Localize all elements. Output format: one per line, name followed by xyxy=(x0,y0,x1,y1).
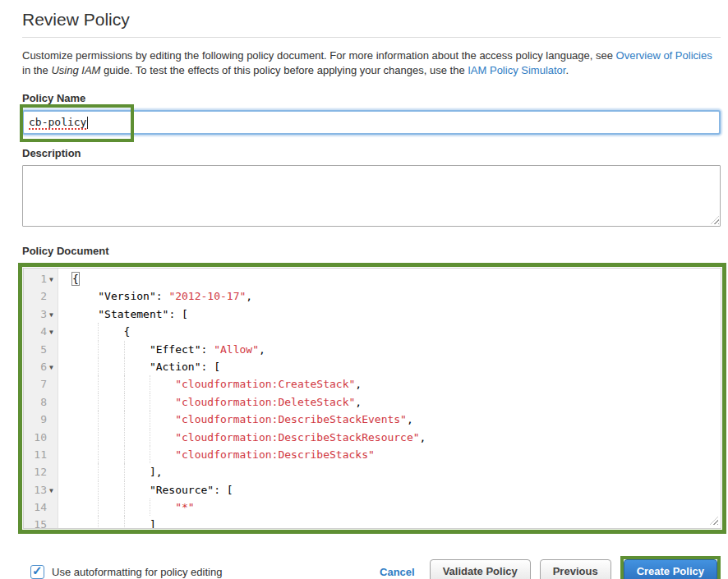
json-string-token: "cloudformation:CreateStack" xyxy=(175,378,355,390)
json-string-token: "Allow" xyxy=(214,343,259,356)
policy-name-field-wrap: cb-policy xyxy=(22,110,721,135)
validate-policy-button[interactable]: Validate Policy xyxy=(430,559,531,579)
fold-arrow-icon[interactable]: ▼ xyxy=(47,359,56,376)
code-line[interactable]: ] xyxy=(58,516,156,529)
code-line[interactable]: "Resource": [ xyxy=(58,481,233,499)
editor-line: 1▼{ xyxy=(24,270,721,287)
editor-line: 14"*" xyxy=(24,499,721,516)
line-number: 15 xyxy=(24,516,58,529)
using-iam-guide-name: Using IAM xyxy=(51,64,100,76)
code-line[interactable]: "cloudformation:DescribeStacks" xyxy=(58,446,375,463)
indent-space xyxy=(124,429,150,446)
indent-space xyxy=(98,393,123,411)
line-number: 4▼ xyxy=(24,323,58,340)
indent-space xyxy=(72,375,98,393)
policy-document-editor[interactable]: 1▼{2"Version": "2012-10-17",3▼"Statement… xyxy=(23,268,721,529)
indent-space xyxy=(72,499,98,516)
json-plain-token: , xyxy=(259,343,265,356)
indent-space xyxy=(72,429,98,446)
line-number-text: 12 xyxy=(34,463,47,480)
actions-group: Cancel Validate Policy Previous Create P… xyxy=(380,556,721,579)
footer-actions-row: ✓ Use autoformatting for policy editing … xyxy=(22,556,721,579)
indent-space xyxy=(72,411,98,428)
indent-space xyxy=(72,287,98,305)
code-line[interactable]: "cloudformation:DescribeStackEvents", xyxy=(58,411,413,428)
json-plain-token: "Statement": [ xyxy=(98,308,188,320)
page-title: Review Policy xyxy=(22,10,721,30)
code-line[interactable]: "cloudformation:CreateStack", xyxy=(58,375,362,393)
line-number-text: 2 xyxy=(40,287,47,305)
code-line[interactable]: "Action": [ xyxy=(58,358,220,375)
line-number: 12 xyxy=(24,463,58,480)
indent-space xyxy=(72,446,98,463)
fold-arrow-icon[interactable]: ▼ xyxy=(47,306,56,324)
line-number-text: 13 xyxy=(34,481,47,499)
indent-space xyxy=(72,481,98,499)
code-line[interactable]: "Version": "2012-10-17", xyxy=(58,287,252,305)
indent-space xyxy=(150,393,175,411)
cancel-link[interactable]: Cancel xyxy=(380,566,415,578)
fold-arrow-icon[interactable]: ▼ xyxy=(47,271,56,288)
indent-space xyxy=(124,393,150,411)
line-number-text: 8 xyxy=(40,393,47,411)
indent-space xyxy=(124,358,150,375)
json-plain-token: , xyxy=(246,290,252,302)
json-plain-token: "Effect": xyxy=(150,343,214,356)
editor-line: 3▼"Statement": [ xyxy=(24,306,721,323)
overview-of-policies-link[interactable]: Overview of Policies xyxy=(616,49,712,62)
autoformat-group: ✓ Use autoformatting for policy editing xyxy=(22,565,222,579)
code-line[interactable]: { xyxy=(58,323,130,340)
indent-space xyxy=(124,463,150,480)
indent-space xyxy=(98,516,123,529)
editor-line: 9"cloudformation:DescribeStackEvents", xyxy=(24,411,721,428)
policy-name-input[interactable]: cb-policy xyxy=(22,110,721,135)
json-plain-token: ], xyxy=(150,466,163,478)
indent-space xyxy=(124,499,150,516)
indent-space xyxy=(98,446,123,463)
editor-line: 5"Effect": "Allow", xyxy=(24,341,721,358)
json-plain-token: , xyxy=(355,378,362,390)
indent-space xyxy=(98,499,123,516)
iam-policy-simulator-link[interactable]: IAM Policy Simulator xyxy=(468,64,565,76)
code-line[interactable]: { xyxy=(58,270,79,287)
autoformat-checkbox[interactable]: ✓ xyxy=(30,565,44,579)
indent-space xyxy=(72,358,98,375)
editor-line: 12], xyxy=(24,463,721,480)
previous-button[interactable]: Previous xyxy=(540,559,611,579)
review-policy-page: Review Policy Customize permissions by e… xyxy=(0,10,728,579)
indent-space xyxy=(124,446,150,463)
code-line[interactable]: "cloudformation:DeleteStack", xyxy=(58,393,362,411)
create-policy-button[interactable]: Create Policy xyxy=(624,559,717,579)
json-plain-token: "Resource": [ xyxy=(150,484,233,496)
indent-space xyxy=(98,375,123,393)
json-plain-token: ] xyxy=(150,518,156,529)
fold-arrow-icon[interactable]: ▼ xyxy=(47,324,56,341)
line-number: 13▼ xyxy=(24,481,58,499)
line-number: 8 xyxy=(24,393,58,411)
code-line[interactable]: "*" xyxy=(58,499,195,516)
indent-space xyxy=(72,393,98,411)
description-textarea[interactable] xyxy=(22,165,721,227)
indent-space xyxy=(124,341,150,358)
editor-line: 7"cloudformation:CreateStack", xyxy=(24,375,721,393)
line-number: 6▼ xyxy=(24,358,58,375)
editor-line: 4▼{ xyxy=(24,323,721,340)
line-number: 1▼ xyxy=(24,270,58,287)
editor-line: 10"cloudformation:DescribeStackResource"… xyxy=(24,429,721,446)
intro-text: guide. To test the effects of this polic… xyxy=(100,64,468,76)
code-line[interactable]: "Effect": "Allow", xyxy=(58,341,265,358)
json-string-token: "*" xyxy=(175,501,194,513)
editor-line: 13▼"Resource": [ xyxy=(24,481,721,499)
indent-space xyxy=(124,516,150,529)
code-line[interactable]: "cloudformation:DescribeStackResource", xyxy=(58,429,426,446)
line-number-text: 7 xyxy=(40,375,47,393)
line-number: 2 xyxy=(24,287,58,305)
intro-text: . xyxy=(565,64,569,76)
json-plain-token: , xyxy=(355,396,362,408)
code-line[interactable]: "Statement": [ xyxy=(58,306,188,323)
line-number: 14 xyxy=(24,499,58,516)
fold-arrow-icon[interactable]: ▼ xyxy=(47,482,56,499)
line-number: 5 xyxy=(24,341,58,358)
indent-space xyxy=(124,481,150,499)
code-line[interactable]: ], xyxy=(58,463,163,480)
